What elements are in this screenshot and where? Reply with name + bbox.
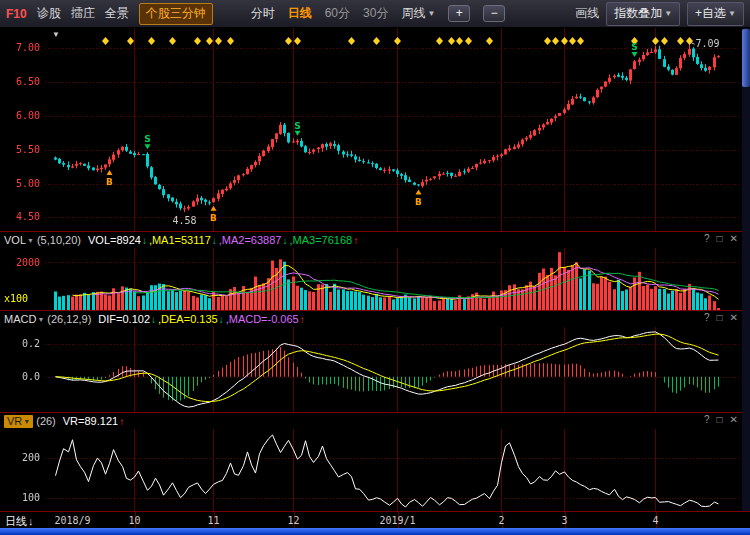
index-overlay-button[interactable]: 指数叠加▼ xyxy=(606,2,680,26)
close-icon[interactable]: ✕ xyxy=(730,233,738,244)
help-icon[interactable]: ? xyxy=(704,312,710,323)
vol-value: VOL=8924 xyxy=(88,234,141,246)
bottom-strip xyxy=(0,528,750,535)
month-label: 11 xyxy=(207,515,219,526)
month-label: 4 xyxy=(652,515,658,526)
help-icon[interactable]: ? xyxy=(704,414,710,425)
chart-period-indicator[interactable]: 日线↓ xyxy=(5,514,34,529)
volume-chart-canvas[interactable] xyxy=(0,248,750,310)
zoom-in-button[interactable]: + xyxy=(448,5,470,22)
down-arrow-icon: ↓ xyxy=(219,314,224,325)
help-icon[interactable]: ? xyxy=(704,233,710,244)
f10-button[interactable]: F10 xyxy=(6,7,27,21)
vr-params: (26) xyxy=(36,415,56,427)
toolbar-left-group: F10诊股擂庄全景个股三分钟 xyxy=(6,3,213,25)
toolbar-right-group: 画线指数叠加▼+自选▼ xyxy=(575,2,744,26)
vol-value: ,MA2=63887 xyxy=(219,234,282,246)
vol-name: VOL xyxy=(4,234,26,246)
month-label: 2019/1 xyxy=(379,515,415,526)
draw-line-button[interactable]: 画线 xyxy=(575,5,599,22)
vol-value: ,MA3=76168 xyxy=(289,234,352,246)
scrollbar-thumb[interactable] xyxy=(742,29,750,87)
close-icon[interactable]: ✕ xyxy=(730,414,738,425)
stock-3min-button[interactable]: 个股三分钟 xyxy=(139,3,213,25)
chevron-down-icon: ▼ xyxy=(664,9,672,18)
vol-value: ,MA1=53117 xyxy=(149,234,211,246)
down-arrow-icon: ↓ xyxy=(142,235,147,246)
month-label: 3 xyxy=(561,515,567,526)
period-weekly-button[interactable]: 周线▼ xyxy=(401,5,435,22)
zoom-out-button[interactable]: − xyxy=(483,5,505,22)
chevron-down-icon: ▼ xyxy=(23,418,30,425)
chevron-down-icon: ▼ xyxy=(37,316,44,323)
period-60min-button[interactable]: 60分 xyxy=(325,5,350,22)
vr-indicator-selector[interactable]: VR▼ xyxy=(4,415,33,428)
panorama-button[interactable]: 全景 xyxy=(105,5,129,22)
vol-params: (5,10,20) xyxy=(37,234,81,246)
add-watchlist-button[interactable]: +自选▼ xyxy=(687,2,744,26)
chevron-down-icon[interactable]: ▼ xyxy=(52,30,60,39)
period-intraday-button[interactable]: 分时 xyxy=(251,5,275,22)
vr-value: VR=89.121 xyxy=(63,415,118,427)
down-arrow-icon: ↓ xyxy=(28,515,34,527)
vol-panel-header: VOL▼(5,10,20)VOL=8924↓,MA1=53117↓,MA2=63… xyxy=(0,231,750,248)
month-label: 2 xyxy=(498,515,504,526)
time-axis: 日线↓ 2018/91011122019/1234 xyxy=(0,511,750,528)
macd-value: DIF=0.102 xyxy=(98,313,150,325)
vol-indicator-selector[interactable]: VOL▼ xyxy=(4,234,34,246)
vr-panel-header: VR▼(26)VR=89.121↑?□✕ xyxy=(0,412,750,429)
maximize-icon[interactable]: □ xyxy=(717,414,723,425)
leizhuang-button[interactable]: 擂庄 xyxy=(71,5,95,22)
vr-name: VR xyxy=(7,415,22,427)
up-arrow-icon: ↑ xyxy=(300,314,305,325)
maximize-icon[interactable]: □ xyxy=(717,233,723,244)
up-arrow-icon: ↑ xyxy=(119,416,124,427)
macd-chart-canvas[interactable] xyxy=(0,327,750,412)
macd-params: (26,12,9) xyxy=(47,313,91,325)
close-icon[interactable]: ✕ xyxy=(730,312,738,323)
main-chart-panel: ▼ xyxy=(0,28,750,231)
diagnose-stock-button[interactable]: 诊股 xyxy=(37,5,61,22)
chevron-down-icon: ▼ xyxy=(427,9,435,18)
vertical-scrollbar[interactable] xyxy=(742,28,750,511)
macd-value: ,DEA=0.135 xyxy=(158,313,218,325)
down-arrow-icon: ↓ xyxy=(282,235,287,246)
chevron-down-icon: ▼ xyxy=(27,237,34,244)
up-arrow-icon: ↑ xyxy=(353,235,358,246)
stock-chart-app: F10诊股擂庄全景个股三分钟 分时日线60分30分周线▼+− 画线指数叠加▼+自… xyxy=(0,0,750,535)
maximize-icon[interactable]: □ xyxy=(717,312,723,323)
macd-name: MACD xyxy=(4,313,36,325)
window-buttons: ?□✕ xyxy=(704,233,738,244)
period-daily-button[interactable]: 日线 xyxy=(288,5,312,22)
vr-chart-canvas[interactable] xyxy=(0,429,750,511)
period-text: 日线 xyxy=(5,515,27,527)
top-toolbar: F10诊股擂庄全景个股三分钟 分时日线60分30分周线▼+− 画线指数叠加▼+自… xyxy=(0,0,750,28)
toolbar-period-group: 分时日线60分30分周线▼+− xyxy=(251,5,506,22)
window-buttons: ?□✕ xyxy=(704,414,738,425)
month-label: 10 xyxy=(128,515,140,526)
window-buttons: ?□✕ xyxy=(704,312,738,323)
candlestick-chart-canvas[interactable] xyxy=(0,28,750,231)
month-label: 2018/9 xyxy=(54,515,90,526)
period-30min-button[interactable]: 30分 xyxy=(363,5,388,22)
macd-panel-header: MACD▼(26,12,9)DIF=0.102↓,DEA=0.135↓,MACD… xyxy=(0,310,750,327)
month-label: 12 xyxy=(287,515,299,526)
macd-value: ,MACD=-0.065 xyxy=(226,313,299,325)
down-arrow-icon: ↓ xyxy=(212,235,217,246)
chevron-down-icon: ▼ xyxy=(728,9,736,18)
down-arrow-icon: ↓ xyxy=(151,314,156,325)
macd-indicator-selector[interactable]: MACD▼ xyxy=(4,313,44,325)
